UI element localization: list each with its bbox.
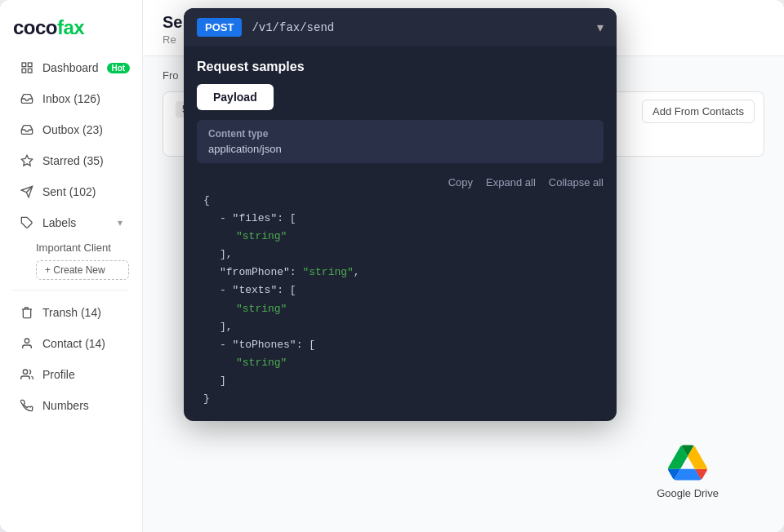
sidebar-item-labels[interactable]: Labels ▾ [7, 208, 136, 237]
star-icon [20, 153, 34, 168]
inbox-label: Inbox (126) [42, 92, 122, 105]
sidebar-item-outbox[interactable]: Outbox (23) [7, 115, 136, 144]
dashboard-badge: Hot [107, 63, 131, 73]
dashboard-label: Dashboard [42, 61, 99, 74]
outbox-icon [20, 122, 34, 137]
sidebar-item-profile[interactable]: Profile [7, 360, 136, 389]
svg-marker-4 [21, 155, 32, 166]
google-drive-label: Google Drive [657, 487, 719, 499]
starred-label: Starred (35) [42, 154, 122, 167]
post-bar: POST /v1/fax/send ▾ [184, 8, 617, 47]
transh-label: Transh (14) [42, 306, 122, 319]
main-content: Se Re Fro 59 × +1 218 516 844 [143, 0, 784, 532]
endpoint-text: /v1/fax/send [252, 21, 587, 34]
sidebar-item-important-client[interactable]: Important Client [0, 238, 142, 257]
svg-rect-1 [28, 63, 32, 67]
code-block: { - "files": [ "string" ], "fromPhone": … [197, 192, 604, 421]
google-drive-area: Google Drive [657, 443, 719, 499]
logo-coco: coco [13, 16, 57, 38]
sidebar-item-transh[interactable]: Transh (14) [7, 298, 136, 327]
sidebar-item-inbox[interactable]: Inbox (126) [7, 84, 136, 113]
post-badge: POST [197, 18, 242, 37]
content-type-label: Content type [208, 128, 592, 140]
svg-rect-2 [22, 69, 26, 73]
sent-icon [20, 184, 34, 199]
add-from-contacts-button[interactable]: Add From Contacts [642, 100, 755, 123]
profile-label: Profile [42, 368, 122, 381]
request-samples: Request samples Payload Content type app… [184, 47, 617, 421]
sidebar-item-dashboard[interactable]: Dashboard Hot [7, 53, 136, 82]
content-type-box: Content type application/json [197, 120, 604, 163]
endpoint-chevron-icon[interactable]: ▾ [597, 20, 604, 35]
copy-button[interactable]: Copy [448, 176, 473, 188]
trash-icon [20, 305, 34, 320]
google-drive-icon[interactable] [668, 443, 707, 482]
label-icon [20, 215, 34, 230]
sidebar-item-sent[interactable]: Sent (102) [7, 177, 136, 206]
svg-rect-3 [28, 69, 32, 73]
sent-label: Sent (102) [42, 185, 122, 198]
numbers-label: Numbers [42, 399, 122, 412]
request-samples-title: Request samples [197, 60, 604, 74]
contact-label: Contact (14) [42, 337, 122, 350]
numbers-icon [20, 398, 34, 413]
collapse-all-button[interactable]: Collapse all [549, 176, 604, 188]
labels-label: Labels [42, 216, 109, 229]
logo-area: cocofax [0, 0, 142, 52]
svg-point-8 [24, 339, 29, 343]
sidebar: cocofax Dashboard Hot Inbox (126) Outbox… [0, 0, 143, 532]
sidebar-item-numbers[interactable]: Numbers [7, 391, 136, 420]
payload-button[interactable]: Payload [197, 84, 274, 110]
create-new-button[interactable]: + Create New [36, 260, 129, 280]
sidebar-item-contact[interactable]: Contact (14) [7, 329, 136, 358]
profile-icon [20, 367, 34, 382]
labels-chevron-icon: ▾ [118, 217, 122, 228]
outbox-label: Outbox (23) [42, 123, 122, 136]
svg-rect-0 [22, 63, 26, 67]
code-actions: Copy Expand all Collapse all [197, 170, 604, 192]
content-type-value: application/json [208, 143, 592, 155]
contact-icon [20, 336, 34, 351]
page-title: Se [163, 13, 182, 32]
logo: cocofax [13, 16, 84, 39]
api-modal: POST /v1/fax/send ▾ Request samples Payl… [184, 8, 617, 421]
inbox-icon [20, 91, 34, 106]
sidebar-divider [13, 290, 129, 290]
logo-fax: fax [57, 16, 84, 38]
svg-point-9 [23, 370, 27, 374]
sidebar-item-starred[interactable]: Starred (35) [7, 146, 136, 175]
dashboard-icon [20, 60, 34, 75]
expand-all-button[interactable]: Expand all [486, 176, 536, 188]
